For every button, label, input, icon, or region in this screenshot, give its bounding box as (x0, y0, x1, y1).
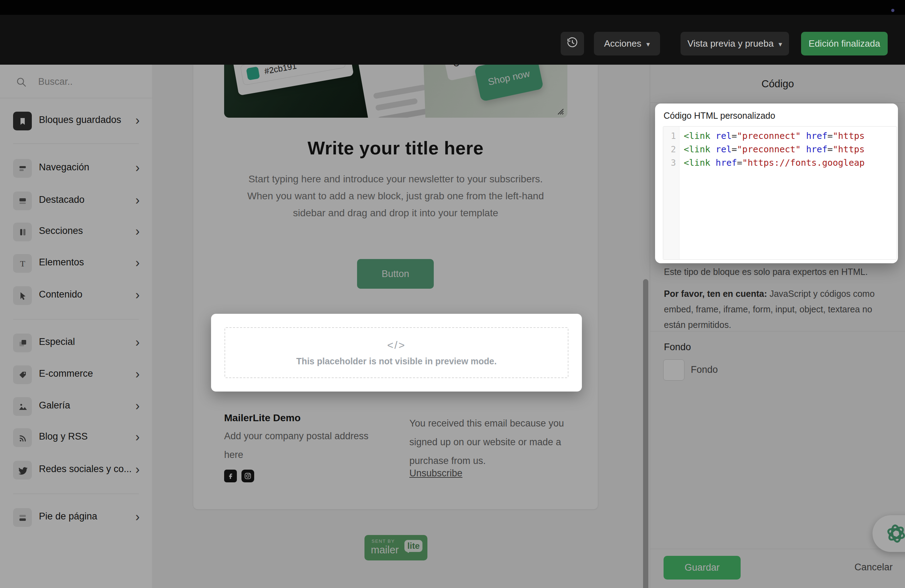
bookmark-icon (13, 112, 32, 130)
restrictions-note-bold: Por favor, ten en cuenta: (664, 289, 767, 299)
sidebar-search (0, 65, 152, 98)
edicion-finalizada-button[interactable]: Edición finalizada (801, 32, 888, 55)
footer-permission-line: You received this email because you (410, 418, 564, 429)
footer-company-name[interactable]: MailerLite Demo (224, 412, 300, 424)
sidebar-item-label: Navegación (39, 162, 89, 173)
sidebar-item-label: Especial (39, 336, 75, 347)
sidebar-item-label: Pie de página (39, 511, 97, 522)
footer-permission-line: purchase from us. (410, 455, 486, 466)
code-editor[interactable]: 123 <link rel="preconnect" href="https<l… (663, 126, 897, 260)
chevron-right-icon (135, 288, 140, 303)
sidebar-item-label: Bloques guardados (39, 114, 121, 125)
code-icon: </> (387, 339, 405, 351)
text-icon: T (13, 254, 32, 273)
guardar-label: Guardar (684, 562, 719, 573)
chevron-right-icon (135, 367, 140, 382)
chevron-right-icon (135, 399, 140, 414)
chevron-down-icon (778, 38, 782, 49)
cursor-icon (13, 286, 32, 305)
svg-text:T: T (20, 259, 25, 268)
chevron-right-icon (135, 224, 140, 239)
acciones-label: Acciones (604, 38, 641, 49)
sidebar-item-label: Galería (39, 400, 70, 411)
sent-by-mailerlite-badge[interactable]: SENT BY mailer lite (365, 535, 427, 560)
background-color-swatch[interactable] (663, 359, 684, 380)
sidebar-item-label: Blog y RSS (39, 431, 88, 442)
cancelar-button[interactable]: Cancelar (854, 562, 892, 573)
divider (13, 143, 139, 144)
footer-permission-line: signed up on our website or made a (410, 437, 561, 448)
divider (650, 549, 905, 549)
panel-title: Código (650, 78, 905, 90)
restrictions-note-rest: JavaScript y códigos como (767, 289, 875, 299)
chevron-right-icon (135, 113, 140, 128)
chevron-right-icon (135, 335, 140, 350)
navigation-icon (13, 159, 32, 178)
footer-address-line: here (224, 450, 243, 460)
sidebar-item-pie-de-pagina[interactable]: Pie de página (0, 517, 152, 549)
search-input[interactable] (38, 71, 141, 92)
acciones-dropdown[interactable]: Acciones (594, 32, 660, 55)
divider (650, 331, 905, 331)
email-cta-button[interactable]: Button (357, 259, 434, 289)
email-body-line[interactable]: When you want to add a new block, just g… (194, 190, 598, 202)
twitter-icon (13, 461, 32, 480)
placeholder-dashed-box: </> This placeholder is not visible in p… (224, 327, 568, 378)
footer-address-line: Add your company postal address (224, 431, 368, 442)
email-body-line[interactable]: Start typing here and introduce your new… (194, 173, 598, 185)
footer-icon (13, 508, 32, 527)
email-cta-label: Button (381, 269, 409, 279)
chevron-right-icon (135, 510, 140, 525)
sidebar-item-label: Secciones (39, 225, 83, 236)
facebook-icon[interactable] (224, 470, 237, 482)
knot-icon (885, 523, 905, 545)
highlight-icon (13, 192, 32, 210)
vista-previa-label: Vista previa y prueba (687, 38, 774, 49)
tag-icon (13, 365, 32, 384)
unsubscribe-link[interactable]: Unsubscribe (410, 468, 462, 479)
vista-previa-dropdown[interactable]: Vista previa y prueba (681, 32, 789, 55)
restrictions-note-line3: están permitidos. (664, 320, 731, 330)
special-icon (13, 334, 32, 352)
history-button[interactable] (560, 32, 584, 55)
sidebar-item-label: Destacado (39, 194, 84, 205)
email-title[interactable]: Write your title here (194, 138, 598, 158)
edicion-finalizada-label: Edición finalizada (808, 38, 880, 49)
code-lines[interactable]: <link rel="preconnect" href="https<link … (680, 127, 897, 259)
divider (650, 103, 905, 103)
code-card-title: Código HTML personalizado (664, 111, 775, 121)
mailerlite-editor: Acciones Vista previa y prueba Edición f… (0, 0, 905, 588)
email-body-line[interactable]: sidebar and drag and drop it into your t… (194, 208, 598, 219)
email-preview: ↻ Shop now Brand colo #2cb191 (194, 65, 598, 509)
top-toolbar: Acciones Vista previa y prueba Edición f… (0, 0, 905, 65)
code-gutter: 123 (663, 127, 680, 259)
experts-note: Este tipo de bloque es solo para experto… (664, 267, 890, 277)
custom-html-code-card: Código HTML personalizado 123 <link rel=… (655, 103, 898, 263)
lite-chip: lite (405, 540, 422, 552)
restrictions-note: Por favor, ten en cuenta: JavaScript y c… (664, 286, 887, 333)
sidebar-item-redes-sociales[interactable]: Redes sociales y co... (0, 470, 152, 502)
sidebar-item-label: Contenido (39, 289, 83, 300)
vertical-scrollbar[interactable] (643, 279, 648, 588)
sidebar-item-label: E-commerce (39, 368, 93, 379)
custom-html-block-placeholder[interactable]: </> This placeholder is not visible in p… (211, 314, 582, 391)
resize-handle-icon[interactable] (556, 107, 564, 115)
chevron-right-icon (135, 193, 140, 208)
brand-color-swatch (246, 67, 260, 80)
chevron-down-icon (646, 38, 650, 49)
instagram-icon[interactable] (241, 470, 254, 482)
mailerlite-logo: mailer (371, 544, 399, 556)
sidebar-item-contenido[interactable]: Contenido (0, 295, 152, 327)
sidebar-item-label: Elementos (39, 257, 84, 268)
sidebar-item-bloques-guardados[interactable]: Bloques guardados (0, 121, 152, 153)
search-icon (16, 76, 27, 88)
shop-now-label: Shop now (487, 68, 531, 87)
sidebar-item-label: Redes sociales y co... (39, 464, 132, 475)
sent-by-label: SENT BY (372, 539, 395, 544)
chevron-right-icon (135, 255, 140, 270)
gallery-icon (13, 397, 32, 416)
history-icon (566, 36, 578, 51)
notification-dot (891, 9, 894, 12)
guardar-button[interactable]: Guardar (664, 556, 741, 580)
chevron-right-icon (135, 160, 140, 175)
